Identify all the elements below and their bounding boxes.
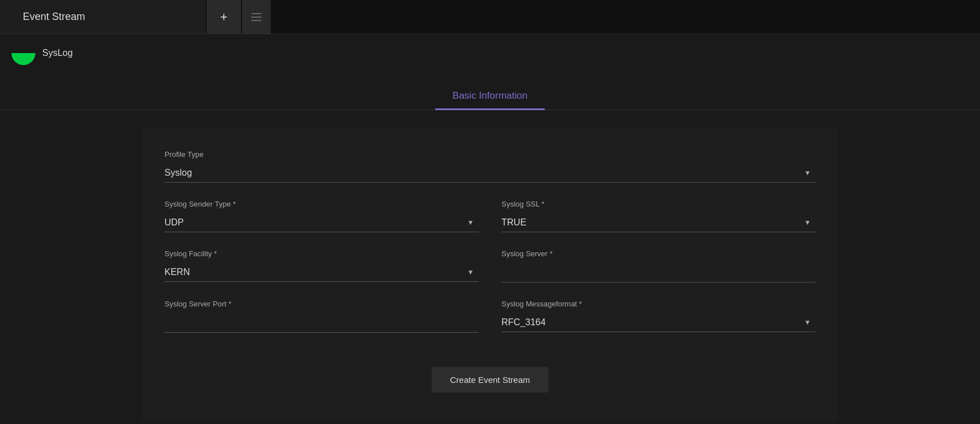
profile-type-label: Profile Type	[164, 150, 816, 159]
profile-type-group: Profile Type Syslog	[164, 150, 816, 183]
syslog-server-port-group: Syslog Server Port *	[164, 300, 479, 333]
syslog-messageformat-wrapper: RFC_3164 RFC_5424	[501, 313, 816, 332]
tabs-section: Basic Information	[0, 83, 980, 110]
syslog-server-port-input[interactable]	[164, 313, 479, 333]
port-messageformat-row: Syslog Server Port * Syslog Messageforma…	[164, 300, 816, 333]
syslog-facility-group: Syslog Facility * KERN USER MAIL DAEMON	[164, 249, 479, 282]
syslog-facility-select[interactable]: KERN USER MAIL DAEMON	[164, 263, 479, 282]
syslog-ssl-label: Syslog SSL *	[501, 200, 816, 208]
syslog-server-input[interactable]	[501, 263, 816, 282]
profile-type-row: Profile Type Syslog	[164, 150, 816, 183]
syslog-sender-type-label: Syslog Sender Type *	[164, 200, 479, 208]
syslog-messageformat-label: Syslog Messageformat *	[501, 300, 816, 308]
profile-type-select-wrapper: Syslog	[164, 163, 816, 183]
app-title-text: Event Stream	[23, 11, 85, 23]
tab-basic-information[interactable]: Basic Information	[435, 83, 544, 110]
syslog-icon	[11, 41, 35, 65]
tab-icon-button[interactable]	[242, 0, 271, 34]
app-title: Event Stream	[0, 0, 206, 34]
syslog-sender-type-group: Syslog Sender Type * UDP TCP	[164, 200, 479, 232]
syslog-facility-label: Syslog Facility *	[164, 249, 479, 258]
create-event-stream-button[interactable]: Create Event Stream	[432, 367, 548, 393]
syslog-server-label: Syslog Server *	[501, 249, 816, 258]
facility-server-row: Syslog Facility * KERN USER MAIL DAEMON …	[164, 249, 816, 282]
syslog-server-port-label: Syslog Server Port *	[164, 300, 479, 308]
syslog-ssl-select[interactable]: TRUE FALSE	[501, 213, 816, 232]
syslog-messageformat-group: Syslog Messageformat * RFC_3164 RFC_5424	[501, 300, 816, 333]
syslog-ssl-group: Syslog SSL * TRUE FALSE	[501, 200, 816, 232]
sender-ssl-row: Syslog Sender Type * UDP TCP Syslog SSL …	[164, 200, 816, 232]
profile-type-select[interactable]: Syslog	[164, 163, 816, 183]
syslog-ssl-wrapper: TRUE FALSE	[501, 213, 816, 232]
syslog-label: SysLog	[42, 48, 73, 58]
add-icon: +	[220, 10, 228, 25]
menu-icon	[251, 13, 262, 21]
top-navigation-bar: Event Stream +	[0, 0, 980, 34]
syslog-facility-wrapper: KERN USER MAIL DAEMON	[164, 263, 479, 282]
syslog-sender-type-select[interactable]: UDP TCP	[164, 213, 479, 232]
syslog-messageformat-select[interactable]: RFC_3164 RFC_5424	[501, 313, 816, 332]
syslog-header: SysLog	[0, 34, 980, 72]
create-btn-row: Create Event Stream	[164, 350, 816, 393]
svg-rect-0	[251, 13, 262, 14]
form-container: Profile Type Syslog Syslog Sender Type *…	[142, 127, 838, 421]
tab-basic-information-label: Basic Information	[452, 90, 527, 101]
syslog-server-group: Syslog Server *	[501, 249, 816, 282]
add-tab-button[interactable]: +	[207, 0, 241, 34]
syslog-sender-type-wrapper: UDP TCP	[164, 213, 479, 232]
svg-rect-1	[251, 17, 262, 18]
svg-rect-2	[251, 20, 262, 21]
